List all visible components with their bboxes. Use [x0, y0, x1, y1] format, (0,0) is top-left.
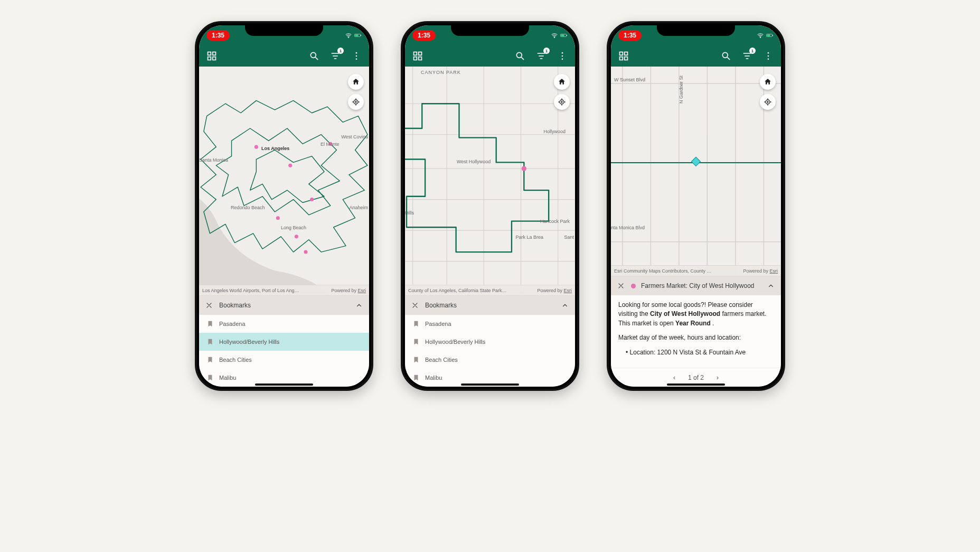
svg-point-22 — [554, 38, 555, 38]
locate-button[interactable] — [554, 94, 570, 110]
pager-next-icon[interactable]: › — [713, 374, 722, 381]
collapse-icon[interactable] — [560, 301, 570, 310]
svg-point-11 — [356, 59, 357, 60]
locate-button[interactable] — [348, 94, 364, 110]
panel-header: Farmers Market: City of West Hollywood — [611, 276, 781, 295]
bookmark-list: Pasadena Hollywood/Beverly Hills Beach C… — [405, 315, 575, 387]
wifi-icon — [345, 32, 352, 39]
filter-icon[interactable]: 1 — [328, 49, 343, 63]
grid-icon[interactable] — [616, 49, 631, 63]
svg-point-48 — [768, 55, 769, 57]
panel-header: Bookmarks — [199, 296, 369, 315]
collapse-icon[interactable] — [354, 301, 364, 310]
svg-rect-28 — [414, 57, 417, 60]
overflow-icon[interactable] — [761, 49, 776, 63]
close-icon[interactable] — [616, 281, 626, 291]
pager-prev-icon[interactable]: ‹ — [670, 374, 679, 381]
map[interactable]: Los Angeles Santa Monica Redondo Beach L… — [199, 67, 369, 295]
home-icon — [764, 78, 772, 86]
wifi-icon — [757, 32, 764, 39]
filter-icon[interactable]: 1 — [534, 49, 549, 63]
map[interactable]: CANYON PARK West Hollywood Hollywood Han… — [405, 67, 575, 295]
popup-title: Farmers Market: City of West Hollywood — [641, 282, 755, 289]
collapse-icon[interactable] — [766, 281, 776, 291]
svg-rect-4 — [208, 52, 211, 55]
basemap-svg — [405, 67, 575, 295]
crosshair-icon — [764, 98, 772, 106]
status-time: 1:35 — [206, 30, 230, 41]
status-time: 1:35 — [412, 30, 436, 41]
overflow-icon[interactable] — [349, 49, 364, 63]
bookmark-label: Beach Cities — [425, 357, 458, 363]
svg-point-47 — [768, 52, 769, 54]
bookmark-item[interactable]: Hollywood/Beverly Hills — [405, 333, 575, 351]
app-bar: 1 — [611, 45, 781, 67]
feature-marker-icon — [631, 284, 636, 288]
svg-rect-43 — [625, 52, 628, 55]
panel-header: Bookmarks — [405, 296, 575, 315]
search-icon[interactable] — [719, 49, 733, 63]
svg-point-14 — [288, 164, 292, 167]
bookmark-item[interactable]: Hollywood/Beverly Hills — [199, 333, 369, 351]
svg-rect-40 — [772, 35, 773, 36]
close-icon[interactable] — [204, 301, 214, 310]
home-extent-button[interactable] — [554, 74, 570, 90]
bookmark-list: Pasadena Hollywood/Beverly Hills Beach C… — [199, 315, 369, 387]
overflow-icon[interactable] — [555, 49, 570, 63]
filter-badge: 1 — [543, 48, 550, 54]
bookmark-item[interactable]: Pasadena — [405, 315, 575, 333]
svg-point-18 — [295, 235, 298, 238]
locate-button[interactable] — [760, 94, 776, 110]
bookmark-item[interactable]: Pasadena — [199, 315, 369, 333]
bookmark-icon — [206, 374, 214, 381]
svg-rect-42 — [620, 52, 623, 55]
home-icon — [352, 78, 360, 86]
svg-point-52 — [767, 101, 768, 102]
popup-bullet: • Location: 1200 N Vista St & Fountain A… — [618, 348, 774, 357]
grid-icon[interactable] — [410, 49, 425, 63]
notch — [451, 23, 529, 36]
basemap-svg — [199, 67, 369, 295]
status-icons — [345, 32, 362, 39]
bookmark-label: Pasadena — [425, 321, 451, 327]
bookmarks-panel: Bookmarks Pasadena Hollywood/Beverly Hil… — [405, 295, 575, 387]
map[interactable]: W Sunset Blvd N Gardner St nta Monica Bl… — [611, 67, 781, 276]
home-indicator — [667, 383, 725, 386]
pager-label: 1 of 2 — [688, 374, 704, 381]
crosshair-icon — [352, 98, 360, 106]
svg-point-13 — [255, 145, 258, 149]
bookmark-item[interactable]: Beach Cities — [199, 351, 369, 369]
svg-point-21 — [355, 101, 356, 102]
svg-point-30 — [516, 52, 522, 58]
svg-rect-2 — [361, 35, 361, 36]
home-indicator — [461, 383, 519, 386]
svg-point-10 — [356, 55, 357, 57]
popup-panel: Farmers Market: City of West Hollywood L… — [611, 276, 781, 387]
popup-body: Looking for some local goods?! Please co… — [611, 295, 781, 368]
home-icon — [558, 78, 566, 86]
svg-rect-25 — [561, 35, 564, 36]
svg-rect-41 — [767, 35, 770, 36]
map-attribution: County of Los Angeles, California State … — [405, 285, 575, 295]
search-icon[interactable] — [513, 49, 527, 63]
attribution-powered: Powered by Esri — [537, 288, 572, 293]
filter-icon[interactable]: 1 — [740, 49, 755, 63]
app-bar: 1 — [199, 45, 369, 67]
search-icon[interactable] — [307, 49, 322, 63]
bookmark-item[interactable]: Beach Cities — [405, 351, 575, 369]
attribution-source: Esri Community Maps Contributors, County… — [614, 268, 712, 274]
bookmark-label: Hollywood/Beverly Hills — [219, 339, 279, 345]
phone-2: 1:35 1 — [401, 21, 579, 391]
battery-icon — [354, 32, 362, 39]
svg-rect-50 — [611, 67, 781, 276]
svg-point-16 — [276, 216, 280, 220]
attribution-source: Los Angeles World Airports, Port of Los … — [202, 288, 299, 293]
grid-icon[interactable] — [204, 49, 219, 63]
bookmark-label: Malibu — [219, 375, 236, 381]
home-extent-button[interactable] — [348, 74, 364, 90]
svg-point-38 — [760, 38, 761, 38]
bookmark-icon — [412, 374, 420, 381]
close-icon[interactable] — [410, 301, 420, 310]
home-extent-button[interactable] — [760, 74, 776, 90]
popup-paragraph: Looking for some local goods?! Please co… — [618, 301, 774, 328]
